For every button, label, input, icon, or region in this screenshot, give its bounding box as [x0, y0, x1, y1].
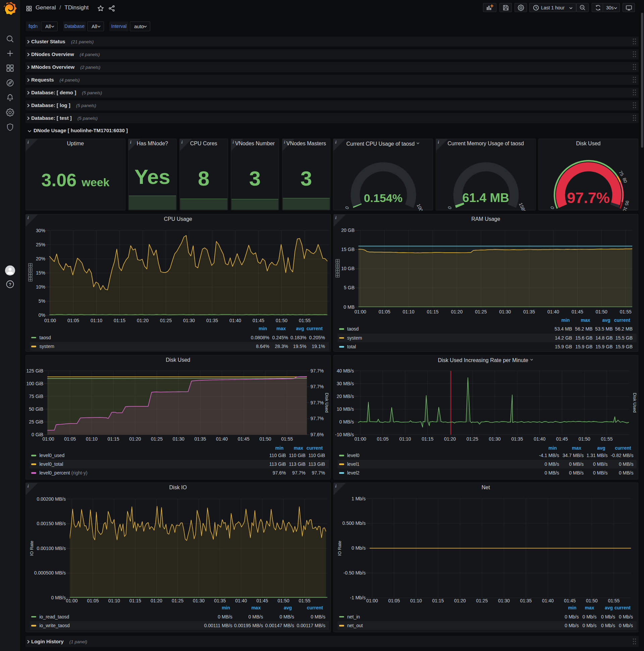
- svg-text:97.7%: 97.7%: [311, 416, 324, 421]
- svg-text:01:15: 01:15: [427, 309, 439, 314]
- svg-text:01:20: 01:20: [129, 436, 141, 442]
- svg-text:97.7%: 97.7%: [311, 384, 324, 389]
- svg-text:01:40: 01:40: [534, 436, 545, 442]
- svg-text:01:35: 01:35: [520, 598, 532, 603]
- svg-text:0.00150 MB/s: 0.00150 MB/s: [37, 521, 66, 526]
- svg-text:01:05: 01:05: [67, 318, 79, 323]
- svg-text:01:00: 01:00: [354, 309, 366, 314]
- svg-text:1 Mb/s: 1 Mb/s: [351, 496, 365, 501]
- svg-text:01:25: 01:25: [475, 309, 487, 314]
- svg-text:01:10: 01:10: [402, 309, 414, 314]
- svg-text:15 GB: 15 GB: [341, 247, 355, 252]
- svg-text:20 GB: 20 GB: [341, 227, 355, 233]
- svg-text:0 Mb/s: 0 Mb/s: [351, 545, 365, 551]
- svg-text:01:30: 01:30: [499, 309, 511, 314]
- svg-text:01:15: 01:15: [114, 318, 125, 323]
- svg-text:01:10: 01:10: [399, 436, 411, 442]
- svg-text:01:45: 01:45: [571, 309, 583, 314]
- svg-text:IO Rate: IO Rate: [29, 541, 34, 556]
- svg-text:01:50: 01:50: [586, 598, 598, 603]
- svg-text:0: 0: [447, 205, 453, 210]
- svg-text:01:20: 01:20: [137, 318, 149, 323]
- svg-text:01:10: 01:10: [410, 598, 422, 603]
- svg-text:01:15: 01:15: [129, 598, 141, 603]
- svg-text:0: 0: [344, 205, 350, 210]
- svg-text:01:05: 01:05: [64, 436, 76, 442]
- svg-text:Disk Used: Disk Used: [632, 393, 637, 412]
- svg-text:25 GiB: 25 GiB: [29, 419, 43, 425]
- svg-text:01:30: 01:30: [489, 436, 501, 442]
- svg-text:0 MB/s: 0 MB/s: [51, 595, 66, 600]
- svg-text:01:50: 01:50: [595, 309, 607, 314]
- svg-text:01:25: 01:25: [466, 436, 478, 442]
- svg-text:10 GB: 10 GB: [341, 266, 355, 271]
- svg-text:01:35: 01:35: [214, 598, 226, 603]
- svg-text:01:00: 01:00: [42, 436, 54, 442]
- svg-text:01:05: 01:05: [87, 598, 99, 603]
- svg-text:01:55: 01:55: [299, 598, 311, 603]
- svg-text:01:25: 01:25: [151, 436, 163, 442]
- svg-text:01:00: 01:00: [66, 598, 77, 603]
- svg-text:01:55: 01:55: [281, 436, 293, 442]
- svg-text:Disk Used: Disk Used: [324, 393, 329, 412]
- svg-text:01:50: 01:50: [278, 598, 289, 603]
- svg-text:10 MB/s: 10 MB/s: [336, 406, 354, 412]
- svg-text:50 GiB: 50 GiB: [29, 406, 43, 412]
- svg-text:01:25: 01:25: [172, 598, 184, 603]
- svg-text:01:40: 01:40: [229, 318, 241, 323]
- svg-text:20 MB/s: 20 MB/s: [336, 394, 354, 399]
- svg-text:01:55: 01:55: [608, 598, 619, 603]
- svg-text:01:35: 01:35: [523, 309, 535, 314]
- svg-text:01:20: 01:20: [444, 436, 455, 442]
- svg-text:01:25: 01:25: [476, 598, 488, 603]
- svg-text:?: ?: [9, 282, 11, 287]
- svg-text:01:10: 01:10: [108, 598, 120, 603]
- svg-text:01:30: 01:30: [173, 436, 185, 442]
- svg-text:10%: 10%: [36, 284, 45, 289]
- svg-text:01:05: 01:05: [378, 309, 390, 314]
- svg-text:01:40: 01:40: [542, 598, 553, 603]
- svg-text:0.000500 MB/s: 0.000500 MB/s: [34, 570, 66, 576]
- svg-text:01:10: 01:10: [86, 436, 98, 442]
- svg-text:40 MB/s: 40 MB/s: [336, 368, 354, 373]
- svg-text:20%: 20%: [36, 256, 45, 261]
- svg-text:0 GiB: 0 GiB: [32, 432, 43, 437]
- svg-text:01:35: 01:35: [194, 436, 206, 442]
- svg-text:01:45: 01:45: [256, 598, 268, 603]
- svg-text:01:55: 01:55: [299, 318, 311, 323]
- svg-text:01:40: 01:40: [216, 436, 228, 442]
- svg-text:01:30: 01:30: [193, 598, 204, 603]
- svg-text:0.500 Mb/s: 0.500 Mb/s: [342, 521, 365, 526]
- svg-text:0.00200 MB/s: 0.00200 MB/s: [37, 496, 66, 502]
- svg-text:01:45: 01:45: [238, 436, 250, 442]
- svg-text:01:10: 01:10: [91, 318, 102, 323]
- svg-text:01:15: 01:15: [422, 436, 433, 442]
- svg-text:01:00: 01:00: [44, 318, 56, 323]
- svg-text:01:30: 01:30: [183, 318, 195, 323]
- svg-text:01:35: 01:35: [511, 436, 523, 442]
- svg-text:-1 Mb/s: -1 Mb/s: [350, 595, 365, 600]
- svg-text:01:50: 01:50: [259, 436, 271, 442]
- svg-text:IO Rate: IO Rate: [337, 541, 342, 556]
- svg-text:0 MB: 0 MB: [344, 304, 355, 310]
- svg-text:0.00100 MB/s: 0.00100 MB/s: [37, 546, 66, 551]
- svg-text:15%: 15%: [36, 270, 45, 276]
- svg-text:5%: 5%: [39, 298, 45, 304]
- svg-text:0%: 0%: [39, 312, 45, 318]
- svg-text:01:20: 01:20: [454, 598, 465, 603]
- svg-text:5 GB: 5 GB: [344, 285, 355, 290]
- svg-text:01:40: 01:40: [235, 598, 247, 603]
- svg-text:125 GiB: 125 GiB: [26, 368, 43, 373]
- svg-text:01:15: 01:15: [432, 598, 444, 603]
- svg-text:01:50: 01:50: [276, 318, 287, 323]
- svg-text:01:25: 01:25: [160, 318, 172, 323]
- svg-text:01:45: 01:45: [253, 318, 264, 323]
- svg-text:01:05: 01:05: [377, 436, 388, 442]
- svg-text:01:20: 01:20: [151, 598, 162, 603]
- svg-text:01:55: 01:55: [601, 436, 612, 442]
- svg-text:30%: 30%: [36, 228, 45, 233]
- svg-text:01:05: 01:05: [388, 598, 400, 603]
- svg-text:0 MB/s: 0 MB/s: [339, 419, 354, 425]
- svg-text:01:55: 01:55: [619, 309, 631, 314]
- svg-text:75 GiB: 75 GiB: [29, 394, 43, 399]
